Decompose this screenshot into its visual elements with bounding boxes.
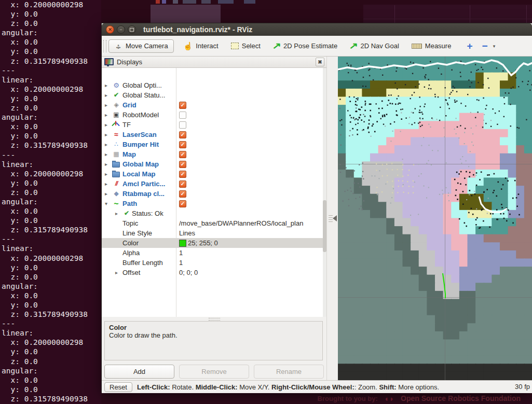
property-row-alpha[interactable]: Alpha1 (102, 248, 323, 258)
expand-triangle-icon[interactable]: ▸ (105, 130, 107, 140)
panel-resize-splitter[interactable] (326, 57, 338, 380)
terminal-line: x: 0.0 (0, 291, 101, 300)
expand-triangle-icon[interactable]: ▸ (115, 208, 118, 218)
toolbar-handle[interactable] (103, 40, 106, 52)
property-row-color[interactable]: Color25; 255; 0 (102, 238, 323, 248)
visibility-checkbox[interactable]: ✓ (179, 190, 186, 198)
interact-tool[interactable]: ☝ Interact (183, 41, 219, 51)
display-row-global-map[interactable]: ▸Global Map✓ (102, 159, 323, 169)
window-close-button[interactable]: ✕ (106, 25, 114, 34)
add-button[interactable]: Add (104, 365, 174, 379)
window-minimize-button[interactable]: − (117, 25, 125, 34)
terminal-line: x: 0.20000000298 (0, 169, 101, 178)
property-value[interactable]: 1 (179, 248, 183, 258)
color-swatch[interactable] (179, 240, 186, 247)
expand-triangle-icon[interactable]: ▸ (105, 149, 107, 159)
terminal-line: linear: (0, 328, 101, 338)
expand-triangle-icon[interactable]: ▸ (105, 189, 107, 199)
panel-close-button[interactable]: ✖ (316, 58, 324, 66)
scrollbar-thumb[interactable] (323, 200, 326, 252)
costmap-render[interactable] (338, 57, 532, 380)
terminal-line: z: 0.0 (0, 272, 101, 282)
property-row-line-style[interactable]: Line StyleLines (102, 228, 323, 238)
property-value[interactable]: Lines (179, 228, 195, 238)
displays-tree[interactable]: ▸⚙Global Opti...▸✔Global Statu...▸◈Grid✓… (102, 68, 326, 317)
visibility-checkbox[interactable]: ✓ (179, 200, 186, 207)
terminal-line: linear: (0, 244, 101, 253)
measure-tool[interactable]: Measure (412, 42, 452, 50)
background-window-fragment (470, 5, 470, 23)
fps-counter: 30 fp (515, 383, 530, 391)
display-row-laserscan[interactable]: ▸≈LaserScan✓ (102, 130, 323, 140)
visibility-checkbox[interactable]: ✓ (179, 161, 186, 168)
visibility-checkbox[interactable]: ✓ (179, 171, 186, 178)
terminal-line: y: 0.0 (0, 47, 101, 56)
expand-triangle-icon[interactable]: ▸ (105, 90, 107, 100)
chevron-down-icon[interactable]: ▾ (493, 44, 496, 49)
move-camera-tool[interactable]: ↔↕ Move Camera (108, 39, 174, 53)
display-row-path[interactable]: ▾~Path✓ (102, 199, 323, 208)
property-value[interactable]: /move_base/DWAPlannerROS/local_plan (179, 218, 303, 228)
remove-tool-button[interactable]: − ▾ (482, 40, 496, 52)
expand-triangle-icon[interactable]: ▸ (105, 100, 107, 110)
expand-triangle-icon[interactable]: ▸ (115, 268, 118, 277)
expand-triangle-icon[interactable]: ▸ (105, 179, 107, 189)
expand-triangle-icon[interactable]: ▸ (105, 140, 107, 149)
select-tool[interactable]: Select (231, 42, 261, 50)
display-row-robotmodel[interactable]: ▸▣RobotModel (102, 110, 323, 120)
displays-panel-header[interactable]: Displays ✖ (102, 57, 326, 68)
3d-viewport[interactable] (338, 57, 532, 380)
tree-scrollbar[interactable] (323, 68, 326, 317)
property-value[interactable]: 1 (179, 258, 183, 268)
reset-button[interactable]: Reset (104, 382, 132, 392)
visibility-checkbox[interactable]: ✓ (179, 180, 186, 188)
terminal-line: x: 0.0 (0, 375, 101, 385)
property-row-topic[interactable]: Topic/move_base/DWAPlannerROS/local_plan (102, 218, 323, 228)
pose-estimate-tool[interactable]: ↗ 2D Pose Estimate (273, 40, 337, 51)
title-bar[interactable]: ✕ − turtlebot_navigation.rviz* - RViz (102, 23, 532, 36)
collapse-arrow-icon[interactable] (333, 215, 337, 221)
expand-triangle-icon[interactable]: ▸ (105, 159, 107, 169)
expand-triangle-icon[interactable]: ▸ (105, 169, 107, 179)
background-window-fragment (244, 0, 255, 4)
display-row-amcl-partic[interactable]: ▸//Amcl Partic...✓ (102, 179, 323, 189)
display-row-rtabmap-cl[interactable]: ▸◆Rtabmap cl...✓ (102, 189, 323, 199)
display-row-tf[interactable]: ▸TF (102, 120, 323, 130)
window-maximize-button[interactable] (128, 25, 136, 34)
display-row-status-ok[interactable]: ▸✔Status: Ok (102, 208, 323, 218)
display-row-global-opti[interactable]: ▸⚙Global Opti... (102, 80, 323, 90)
terminal-line: y: 0.0 (0, 385, 101, 394)
toolbar: ↔↕ Move Camera ☝ Interact Select ↗ 2D Po… (102, 36, 532, 57)
remove-button[interactable]: Remove (179, 365, 249, 379)
nav-goal-tool[interactable]: ↗ 2D Nav Goal (350, 40, 399, 51)
collapse-triangle-icon[interactable]: ▾ (105, 199, 107, 208)
expand-triangle-icon[interactable]: ▸ (105, 80, 107, 90)
panel-splitter-grip[interactable] (102, 317, 326, 321)
visibility-checkbox[interactable]: ✓ (179, 151, 186, 158)
add-tool-button[interactable]: + (467, 40, 472, 52)
display-row-local-map[interactable]: ▸Local Map✓ (102, 169, 323, 179)
property-value[interactable]: 0; 0; 0 (179, 268, 198, 277)
display-row-map[interactable]: ▸▦Map✓ (102, 149, 323, 159)
property-row-buffer-length[interactable]: Buffer Length1 (102, 258, 323, 268)
visibility-checkbox[interactable]: ✓ (179, 131, 186, 138)
property-value[interactable]: 25; 255; 0 (188, 238, 218, 248)
display-row-global-statu[interactable]: ▸✔Global Statu... (102, 90, 323, 100)
visibility-checkbox[interactable] (179, 121, 186, 129)
osrf-name: Open Source Robotics Foundation (401, 394, 521, 402)
expand-triangle-icon[interactable]: ▸ (105, 120, 107, 130)
terminal-line: y: 0.0 (0, 347, 101, 356)
help-description: Color to draw the path. (109, 331, 318, 339)
mouse-hint-segment: Move X/Y. (238, 383, 272, 391)
rename-button[interactable]: Rename (254, 365, 324, 379)
expand-triangle-icon[interactable]: ▸ (105, 110, 107, 120)
row-label: Alpha (122, 248, 140, 258)
terminal-window[interactable]: x: 0.20000000298 y: 0.0 z: 0.0angular: x… (0, 0, 101, 404)
visibility-checkbox[interactable]: ✓ (179, 102, 186, 109)
visibility-checkbox[interactable]: ✓ (179, 141, 186, 148)
display-row-bumper-hit[interactable]: ▸∴Bumper Hit✓ (102, 140, 323, 149)
visibility-checkbox[interactable] (179, 112, 186, 119)
gear-icon: ⚙ (112, 80, 120, 90)
display-row-grid[interactable]: ▸◈Grid✓ (102, 100, 323, 110)
property-row-offset[interactable]: ▸Offset0; 0; 0 (102, 268, 323, 277)
